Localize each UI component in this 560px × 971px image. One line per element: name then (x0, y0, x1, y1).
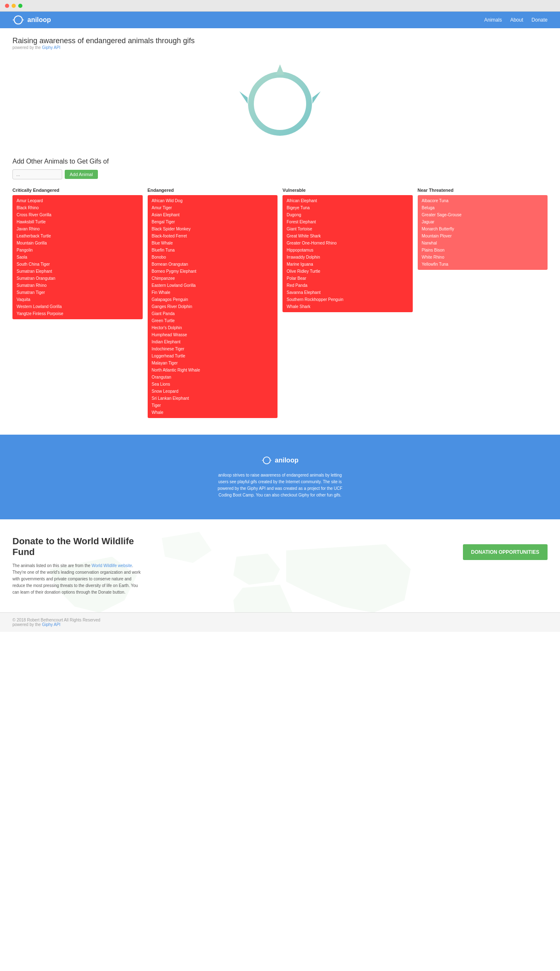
powered-by: powered by the Giphy API (12, 45, 548, 50)
animal-item[interactable]: Loggerhead Turtle (150, 353, 275, 359)
animal-item[interactable]: Sumatran Rhino (15, 282, 140, 289)
animal-item[interactable]: Yellowfin Tuna (420, 261, 545, 267)
animal-item[interactable]: Great White Shark (285, 233, 410, 239)
animal-item[interactable]: Sumatran Orangutan (15, 275, 140, 281)
animal-item[interactable]: Fin Whale (150, 289, 275, 296)
donation-button[interactable]: DONATION OPPORTUNITIES (463, 544, 548, 560)
animal-item[interactable]: Bonobo (150, 254, 275, 260)
svg-marker-6 (276, 64, 284, 75)
animal-column-endangered: EndangeredAfrican Wild DogAmur TigerAsia… (148, 188, 278, 418)
nav-donate[interactable]: Donate (531, 17, 548, 23)
animal-item[interactable]: White Rhino (420, 254, 545, 260)
animal-item[interactable]: Borneo Pygmy Elephant (150, 268, 275, 274)
animal-item[interactable]: Red Panda (285, 282, 410, 289)
animal-item[interactable]: Malayan Tiger (150, 360, 275, 366)
animal-item[interactable]: Hippopotamus (285, 247, 410, 253)
animal-item[interactable]: Javan Rhino (15, 226, 140, 232)
animal-item[interactable]: Blue Whale (150, 240, 275, 246)
giphy-link[interactable]: Giphy API (42, 45, 60, 50)
animal-item[interactable]: Hector's Dolphin (150, 325, 275, 331)
animal-item[interactable]: Ganges River Dolphin (150, 303, 275, 310)
animal-item[interactable]: Bluefin Tuna (150, 247, 275, 253)
animal-item[interactable]: Indian Elephant (150, 339, 275, 345)
add-animal-input[interactable] (12, 169, 62, 179)
animal-item[interactable]: Pangolin (15, 247, 140, 253)
bottom-footer: © 2018 Robert Bethencourt All Rights Res… (0, 612, 560, 632)
animal-item[interactable]: Amur Leopard (15, 198, 140, 204)
footer-giphy-link[interactable]: Giphy API (42, 622, 60, 627)
animal-item[interactable]: Savanna Elephant (285, 289, 410, 296)
animal-item[interactable]: African Elephant (285, 198, 410, 204)
animal-item[interactable]: Galapagos Penguin (150, 296, 275, 303)
wwf-link[interactable]: World Wildlife website (92, 563, 132, 568)
footer-logo-text: aniloop (275, 457, 299, 464)
add-animal-button[interactable]: Add Animal (65, 170, 98, 179)
logo-center (0, 54, 560, 154)
animal-item[interactable]: Cross River Gorilla (15, 212, 140, 218)
donate-heading: Donate to the World Wildlife Fund (12, 536, 145, 558)
animal-item[interactable]: Greater Sage-Grouse (420, 212, 545, 218)
animal-item[interactable]: Irrawaddy Dolphin (285, 254, 410, 260)
animal-item[interactable]: Orangutan (150, 374, 275, 380)
animal-item[interactable]: Plains Bison (420, 247, 545, 253)
animal-item[interactable]: Green Turtle (150, 318, 275, 324)
animal-column-critically-endangered: Critically EndangeredAmur LeopardBlack R… (12, 188, 143, 319)
animal-item[interactable]: Saola (15, 254, 140, 260)
animal-item[interactable]: Sea Lions (150, 381, 275, 387)
animal-item[interactable]: Black-footed Ferret (150, 233, 275, 239)
animal-item[interactable]: Indochinese Tiger (150, 346, 275, 352)
animal-list: Albacore TunaBelugaGreater Sage-GrouseJa… (418, 195, 548, 270)
animal-item[interactable]: Mountain Gorilla (15, 240, 140, 246)
animal-item[interactable]: Mountain Plover (420, 233, 545, 239)
animal-item[interactable]: Asian Elephant (150, 212, 275, 218)
animal-item[interactable]: Sumatran Tiger (15, 289, 140, 296)
animal-item[interactable]: Bigeye Tuna (285, 205, 410, 211)
animal-item[interactable]: Polar Bear (285, 275, 410, 281)
animal-item[interactable]: Olive Ridley Turtle (285, 268, 410, 274)
browser-dot-minimize[interactable] (12, 4, 16, 8)
navbar-logo[interactable]: aniloop (12, 14, 51, 26)
animal-item[interactable]: Giant Tortoise (285, 226, 410, 232)
browser-dot-maximize[interactable] (18, 4, 22, 8)
animal-item[interactable]: Humphead Wrasse (150, 332, 275, 338)
nav-animals[interactable]: Animals (484, 17, 502, 23)
nav-about[interactable]: About (510, 17, 523, 23)
animal-item[interactable]: Beluga (420, 205, 545, 211)
animal-item[interactable]: Jaguar (420, 219, 545, 225)
animal-item[interactable]: Monarch Butterfly (420, 226, 545, 232)
animal-item[interactable]: Dugong (285, 212, 410, 218)
animals-section: Critically EndangeredAmur LeopardBlack R… (0, 188, 560, 418)
animal-item[interactable]: Amur Tiger (150, 205, 275, 211)
animal-item[interactable]: Bornean Orangutan (150, 261, 275, 267)
animal-item[interactable]: Giant Panda (150, 311, 275, 317)
animal-item[interactable]: Eastern Lowland Gorilla (150, 282, 275, 289)
animal-item[interactable]: Whale (150, 409, 275, 416)
animal-item[interactable]: Vaquita (15, 296, 140, 303)
animal-item[interactable]: Black Spider Monkey (150, 226, 275, 232)
animal-item[interactable]: Greater One-Horned Rhino (285, 240, 410, 246)
animal-item[interactable]: Sumatran Elephant (15, 268, 140, 274)
animal-item[interactable]: Chimpanzee (150, 275, 275, 281)
animal-item[interactable]: Black Rhino (15, 205, 140, 211)
svg-marker-1 (12, 20, 14, 21)
animal-item[interactable]: Western Lowland Gorilla (15, 303, 140, 310)
animal-item[interactable]: Hawksbill Turtle (15, 219, 140, 225)
animal-item[interactable]: Sri Lankan Elephant (150, 395, 275, 401)
animal-item[interactable]: Narwhal (420, 240, 545, 246)
animal-item[interactable]: Forest Elephant (285, 219, 410, 225)
animal-item[interactable]: Marine Iguana (285, 261, 410, 267)
browser-dot-close[interactable] (5, 4, 9, 8)
animal-item[interactable]: Snow Leopard (150, 388, 275, 394)
animal-item[interactable]: Albacore Tuna (420, 198, 545, 204)
animal-item[interactable]: Tiger (150, 402, 275, 408)
animal-item[interactable]: South China Tiger (15, 261, 140, 267)
animal-item[interactable]: African Wild Dog (150, 198, 275, 204)
animal-item[interactable]: Whale Shark (285, 303, 410, 310)
column-heading: Vulnerable (282, 188, 413, 193)
animal-item[interactable]: Yangtze Finless Porpoise (15, 311, 140, 317)
animal-item[interactable]: Leatherback Turtle (15, 233, 140, 239)
animal-item[interactable]: Southern Rockhopper Penguin (285, 296, 410, 303)
animal-list: African ElephantBigeye TunaDugongForest … (282, 195, 413, 312)
animal-item[interactable]: Bengal Tiger (150, 219, 275, 225)
animal-item[interactable]: North Atlantic Right Whale (150, 367, 275, 373)
